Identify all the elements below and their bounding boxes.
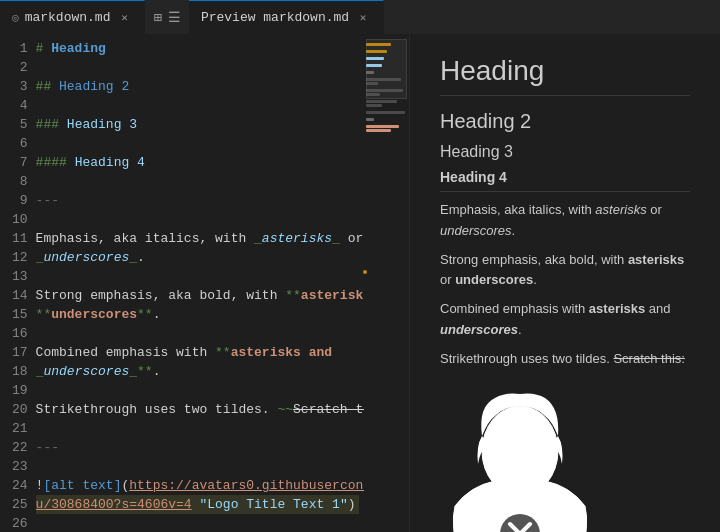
code-line-3: ## Heading 2 xyxy=(36,77,359,96)
preview-h3: Heading 3 xyxy=(440,143,690,161)
preview-p4: Strikethrough uses two tildes. Scratch t… xyxy=(440,349,690,370)
split-icon[interactable]: ⊞ xyxy=(153,9,161,26)
code-line-5: ### Heading 3 xyxy=(36,115,359,134)
code-lines[interactable]: # Heading ## Heading 2 ### Heading 3 ###… xyxy=(36,39,409,532)
code-line-20: Strikethrough uses two tildes. ~~Scratch… xyxy=(36,400,359,419)
line-numbers: 12345 678910 1112131415 1617181920 21222… xyxy=(0,39,36,532)
code-area: 12345 678910 1112131415 1617181920 21222… xyxy=(0,35,409,532)
code-line-2 xyxy=(36,58,359,77)
broken-image-container xyxy=(440,386,690,532)
editor-tab-label: markdown.md xyxy=(25,10,111,25)
preview-h1: Heading xyxy=(440,55,690,96)
code-line-21 xyxy=(36,419,359,438)
preview-h2: Heading 2 xyxy=(440,110,690,133)
editor-tab-close[interactable]: ✕ xyxy=(116,10,132,26)
code-line-16 xyxy=(36,324,359,343)
code-line-15: **underscores**. xyxy=(36,305,359,324)
code-line-10 xyxy=(36,210,359,229)
code-line-4 xyxy=(36,96,359,115)
code-line-13 xyxy=(36,267,359,286)
code-line-24: ![alt text](https://avatars0.githubuserc… xyxy=(36,476,359,495)
code-line-9: --- xyxy=(36,191,359,210)
code-line-25: u/30868400?s=4606v=4 "Logo Title Text 1"… xyxy=(36,495,359,514)
code-line-1: # Heading xyxy=(36,39,359,58)
code-line-26 xyxy=(36,514,359,532)
tab-bar: ◎ markdown.md ✕ ⊞ ☰ Preview markdown.md … xyxy=(0,0,720,35)
code-line-6 xyxy=(36,134,359,153)
code-line-14: Strong emphasis, aka bold, with **asteri… xyxy=(36,286,359,305)
menu-icon[interactable]: ☰ xyxy=(168,9,181,26)
tab-preview[interactable]: Preview markdown.md ✕ xyxy=(189,0,384,34)
preview-p3: Combined emphasis with asterisks and und… xyxy=(440,299,690,341)
preview-p1: Emphasis, aka italics, with asterisks or… xyxy=(440,200,690,242)
code-line-23 xyxy=(36,457,359,476)
editor-panel: 12345 678910 1112131415 1617181920 21222… xyxy=(0,35,410,532)
preview-panel[interactable]: Heading Heading 2 Heading 3 Heading 4 Em… xyxy=(410,35,720,532)
code-line-12: _underscores_. xyxy=(36,248,359,267)
code-line-11: Emphasis, aka italics, with _asterisks_ … xyxy=(36,229,359,248)
preview-p2: Strong emphasis, aka bold, with asterisk… xyxy=(440,250,690,292)
preview-h4: Heading 4 xyxy=(440,169,690,192)
code-line-19 xyxy=(36,381,359,400)
preview-tab-label: Preview markdown.md xyxy=(201,10,349,25)
code-line-22: --- xyxy=(36,438,359,457)
code-line-8 xyxy=(36,172,359,191)
minimap-viewport xyxy=(366,39,407,99)
code-line-17: Combined emphasis with **asterisks and xyxy=(36,343,359,362)
editor-indicator xyxy=(363,270,367,274)
minimap xyxy=(364,35,409,532)
editor-tab-icon: ◎ xyxy=(12,11,19,24)
code-line-7: #### Heading 4 xyxy=(36,153,359,172)
avatar-silhouette xyxy=(440,386,600,532)
main-area: 12345 678910 1112131415 1617181920 21222… xyxy=(0,35,720,532)
code-line-18: _underscores_**. xyxy=(36,362,359,381)
tab-editor[interactable]: ◎ markdown.md ✕ xyxy=(0,0,145,34)
preview-tab-close[interactable]: ✕ xyxy=(355,10,371,26)
